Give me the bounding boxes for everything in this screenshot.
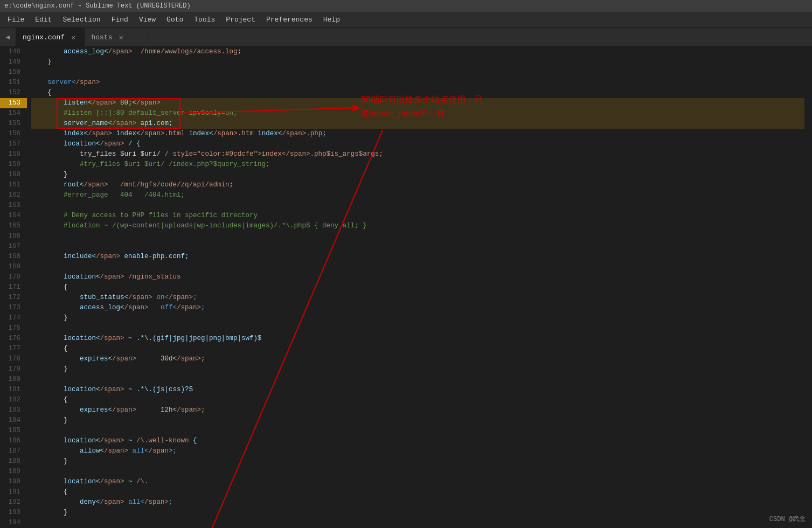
- code-line: # Deny access to PHP files in specific d…: [31, 211, 804, 221]
- line-number: 187: [0, 446, 27, 456]
- line-number: 170: [0, 272, 27, 282]
- line-number: 166: [0, 231, 27, 241]
- menu-item-view[interactable]: View: [134, 13, 161, 26]
- tab-label: nginx.conf: [23, 33, 65, 41]
- code-line: access_log</span> off</span>;: [31, 303, 804, 313]
- line-number: 163: [0, 200, 27, 211]
- titlebar-text: e:\code\nginx.conf - Sublime Text (UNREG…: [4, 2, 191, 10]
- line-number: 183: [0, 405, 27, 415]
- line-number: 153: [0, 98, 27, 108]
- line-number: 171: [0, 282, 27, 293]
- tab-close[interactable]: ✕: [116, 32, 125, 43]
- code-line: {: [31, 487, 804, 497]
- line-number: 191: [0, 487, 27, 497]
- line-number: 182: [0, 395, 27, 405]
- line-number: 190: [0, 477, 27, 487]
- code-line: [31, 374, 804, 385]
- code-line: #listen [::]:80 default_server ipv6only=…: [31, 108, 804, 119]
- code-line: location</span> ~ .*\.(gif|jpg|jpeg|png|…: [31, 334, 804, 344]
- code-line: root</span> /mnt/hgfs/code/zq/api/admin;: [31, 180, 804, 190]
- line-number: 152: [0, 88, 27, 98]
- code-line: [31, 426, 804, 436]
- code-line: include</span> enable-php.conf;: [31, 252, 804, 262]
- line-number: 179: [0, 364, 27, 374]
- line-number: 151: [0, 78, 27, 88]
- line-number: 156: [0, 129, 27, 139]
- editor: 1481491501511521531541551561571581591601…: [0, 47, 812, 528]
- code-line: [31, 262, 804, 272]
- tabbar: ◀ nginx.conf ✕hosts ✕: [0, 28, 812, 47]
- menu-item-selection[interactable]: Selection: [57, 13, 106, 26]
- code-line: [31, 200, 804, 211]
- line-number: 175: [0, 323, 27, 334]
- tab-nginx.conf[interactable]: nginx.conf ✕: [16, 28, 85, 46]
- code-line: location</span> ~ .*\.(js|css)?$: [31, 385, 804, 395]
- code-line: }: [31, 508, 804, 518]
- code-line: {: [31, 282, 804, 293]
- code-line: location</span> / {: [31, 139, 804, 149]
- line-number: 162: [0, 190, 27, 200]
- line-number: 168: [0, 252, 27, 262]
- line-number: 186: [0, 436, 27, 446]
- line-number: 178: [0, 354, 27, 364]
- line-number: 172: [0, 293, 27, 303]
- line-number: 167: [0, 241, 27, 252]
- code-line: deny</span> all</span>;: [31, 497, 804, 508]
- line-number: 193: [0, 508, 27, 518]
- code-line: server</span>: [31, 78, 804, 88]
- line-number: 174: [0, 313, 27, 323]
- line-number: 154: [0, 108, 27, 119]
- titlebar: e:\code\nginx.conf - Sublime Text (UNREG…: [0, 0, 812, 12]
- menu-item-project[interactable]: Project: [220, 13, 261, 26]
- line-gutter: 1481491501511521531541551561571581591601…: [0, 47, 27, 528]
- menu-item-tools[interactable]: Tools: [189, 13, 220, 26]
- scrollbar[interactable]: [804, 47, 812, 528]
- code-line: try_files $uri $uri/ / style="color:#9cd…: [31, 149, 804, 159]
- line-number: 165: [0, 221, 27, 231]
- code-line: #error_page 404 /404.html;: [31, 190, 804, 200]
- code-line: [31, 231, 804, 241]
- code-line: stub_status</span> on</span>;: [31, 293, 804, 303]
- line-number: 189: [0, 467, 27, 477]
- tab-close[interactable]: ✕: [69, 32, 78, 43]
- line-number: 185: [0, 426, 27, 436]
- code-line: #try_files $uri $uri/ /index.php?$query_…: [31, 159, 804, 170]
- code-line: {: [31, 395, 804, 405]
- line-number: 164: [0, 211, 27, 221]
- code-line: location</span> ~ /\.well-known {: [31, 436, 804, 446]
- line-number: 184: [0, 415, 27, 426]
- code-area[interactable]: access_log</span> /home/wwwlogs/access.l…: [27, 47, 804, 528]
- menu-item-edit[interactable]: Edit: [30, 13, 57, 26]
- line-number: 173: [0, 303, 27, 313]
- menu-item-preferences[interactable]: Preferences: [261, 13, 318, 26]
- code-line: server_name</span> api.com;: [31, 119, 804, 129]
- code-line: [31, 241, 804, 252]
- code-line: [31, 67, 804, 78]
- menu-item-find[interactable]: Find: [106, 13, 134, 26]
- code-line: }: [31, 456, 804, 467]
- code-line: [31, 518, 804, 528]
- code-line: expires</span> 12h</span>;: [31, 405, 804, 415]
- line-number: 176: [0, 334, 27, 344]
- line-number: 181: [0, 385, 27, 395]
- code-line: }: [31, 57, 804, 67]
- line-number: 155: [0, 119, 27, 129]
- code-line: listen</span> 80;</span>: [31, 98, 804, 108]
- line-number: 149: [0, 57, 27, 67]
- line-number: 177: [0, 344, 27, 354]
- line-number: 161: [0, 180, 27, 190]
- menu-item-help[interactable]: Help: [318, 13, 345, 26]
- menu-item-file[interactable]: File: [2, 13, 30, 26]
- line-number: 192: [0, 497, 27, 508]
- code-line: {: [31, 344, 804, 354]
- watermark: CSDN @武念: [769, 515, 806, 524]
- line-number: 194: [0, 518, 27, 528]
- line-number: 148: [0, 47, 27, 57]
- line-number: 157: [0, 139, 27, 149]
- menu-item-goto[interactable]: Goto: [161, 13, 189, 26]
- line-number: 169: [0, 262, 27, 272]
- line-number: 150: [0, 67, 27, 78]
- code-line: location</span> /nginx_status: [31, 272, 804, 282]
- tab-hosts[interactable]: hosts ✕: [85, 28, 149, 46]
- tab-scroll-left[interactable]: ◀: [0, 28, 16, 46]
